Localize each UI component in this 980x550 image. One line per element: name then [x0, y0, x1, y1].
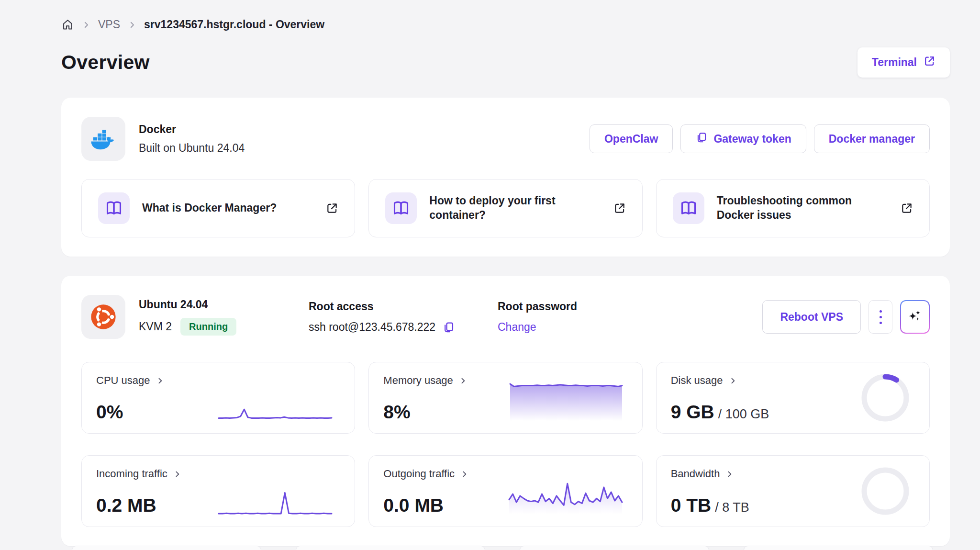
more-options-kebab-button[interactable]: [869, 300, 892, 334]
cpu-usage-sparkline: [218, 393, 333, 421]
home-icon[interactable]: [61, 18, 74, 31]
metric-card-cpu-usage: CPU usage 0%: [81, 362, 355, 434]
bandwidth-donut: [861, 467, 909, 515]
metric-card-incoming-traffic: Incoming traffic 0.2 MB: [81, 455, 355, 527]
docker-card-subtitle: Built on Ubuntu 24.04: [139, 142, 245, 155]
outgoing-traffic-link[interactable]: Outgoing traffic: [383, 468, 468, 480]
chevron-right-icon: [82, 21, 90, 29]
os-name: Ubuntu 24.04: [139, 298, 236, 311]
status-badge: Running: [180, 318, 236, 336]
root-access-value: ssh root@123.45.678.222: [309, 321, 435, 334]
next-card-peek: [72, 546, 261, 550]
help-link-label: What is Docker Manager?: [142, 201, 277, 215]
metric-value: 9 GB: [671, 402, 714, 422]
metric-value: 0%: [96, 402, 123, 422]
docker-logo-icon: [81, 117, 125, 161]
metric-card-memory-usage: Memory usage 8%: [368, 362, 642, 434]
metric-label: Memory usage: [383, 374, 453, 387]
cpu-usage-link[interactable]: CPU usage: [96, 374, 164, 387]
metric-suffix: / 8 TB: [715, 500, 749, 515]
metric-value: 0.2 MB: [96, 495, 156, 516]
chevron-right-icon: [460, 470, 468, 478]
chevron-right-icon: [128, 21, 136, 29]
terminal-button[interactable]: Terminal: [858, 47, 950, 78]
chevron-right-icon: [725, 470, 734, 478]
docker-manager-button[interactable]: Docker manager: [814, 124, 930, 153]
main-content: VPS srv1234567.hstgr.cloud - Overview Ov…: [61, 0, 950, 546]
next-card-peek: [296, 546, 485, 550]
metric-card-outgoing-traffic: Outgoing traffic 0.0 MB: [368, 455, 642, 527]
memory-usage-sparkline: [509, 376, 623, 421]
metric-card-disk-usage: Disk usage 9 GB/ 100 GB: [656, 362, 930, 434]
metric-value: 0 TB: [671, 495, 712, 516]
metric-label: Incoming traffic: [96, 468, 167, 480]
chevron-right-icon: [729, 377, 737, 385]
help-link-what-is-docker-manager[interactable]: What is Docker Manager?: [81, 179, 355, 237]
external-link-icon: [613, 202, 626, 214]
copy-icon[interactable]: [442, 321, 455, 334]
incoming-traffic-link[interactable]: Incoming traffic: [96, 468, 181, 480]
incoming-traffic-sparkline: [218, 482, 333, 517]
root-access-label: Root access: [309, 300, 498, 313]
page-title: Overview: [61, 51, 150, 74]
chevron-right-icon: [459, 377, 467, 385]
ai-assistant-button[interactable]: [900, 300, 930, 334]
breadcrumb: VPS srv1234567.hstgr.cloud - Overview: [61, 0, 950, 31]
sparkles-icon: [907, 309, 923, 326]
breadcrumb-current: srv1234567.hstgr.cloud - Overview: [144, 18, 324, 31]
docker-manager-button-label: Docker manager: [829, 133, 915, 146]
disk-usage-link[interactable]: Disk usage: [671, 374, 737, 387]
chevron-right-icon: [173, 470, 181, 478]
memory-usage-link[interactable]: Memory usage: [383, 374, 467, 387]
gateway-token-button-label: Gateway token: [713, 133, 791, 146]
docker-card: Docker Built on Ubuntu 24.04 OpenClaw Ga…: [61, 98, 950, 257]
bandwidth-link[interactable]: Bandwidth: [671, 468, 734, 480]
book-icon: [673, 192, 704, 224]
book-icon: [385, 192, 417, 224]
book-icon: [98, 192, 130, 224]
terminal-button-label: Terminal: [872, 56, 917, 69]
next-card-peek: [744, 546, 933, 550]
breadcrumb-vps[interactable]: VPS: [98, 18, 120, 31]
server-card: Ubuntu 24.04 KVM 2 Running Root access s…: [61, 276, 950, 546]
copy-icon: [695, 131, 708, 146]
plan-name: KVM 2: [139, 320, 172, 333]
reboot-vps-button[interactable]: Reboot VPS: [762, 300, 861, 334]
docker-card-title: Docker: [139, 123, 245, 136]
change-password-link[interactable]: Change: [498, 321, 536, 334]
metric-card-bandwidth: Bandwidth 0 TB/ 8 TB: [656, 455, 930, 527]
chevron-right-icon: [156, 377, 164, 385]
gateway-token-button[interactable]: Gateway token: [680, 124, 806, 153]
help-link-troubleshooting-docker[interactable]: Troubleshooting common Docker issues: [656, 179, 930, 237]
help-link-deploy-first-container[interactable]: How to deploy your first container?: [368, 179, 642, 237]
openclaw-button[interactable]: OpenClaw: [590, 124, 673, 153]
metric-value: 8%: [383, 402, 410, 422]
external-link-icon: [326, 202, 338, 214]
reboot-vps-button-label: Reboot VPS: [780, 311, 843, 324]
root-password-label: Root password: [498, 300, 762, 313]
disk-usage-donut: [861, 374, 909, 422]
next-row-cards-peek: [72, 546, 933, 550]
external-link-icon: [901, 202, 913, 214]
metric-label: Bandwidth: [671, 468, 720, 480]
openclaw-button-label: OpenClaw: [604, 133, 658, 146]
next-card-peek: [520, 546, 709, 550]
external-link-icon: [924, 55, 935, 70]
metric-value: 0.0 MB: [383, 495, 444, 516]
outgoing-traffic-sparkline: [508, 474, 623, 514]
metric-label: CPU usage: [96, 374, 150, 387]
metric-label: Outgoing traffic: [383, 468, 455, 480]
help-link-label: How to deploy your first container?: [429, 194, 601, 223]
help-link-label: Troubleshooting common Docker issues: [717, 194, 870, 223]
metric-suffix: / 100 GB: [718, 407, 769, 421]
ubuntu-logo-icon: [81, 295, 125, 339]
metric-label: Disk usage: [671, 374, 723, 387]
